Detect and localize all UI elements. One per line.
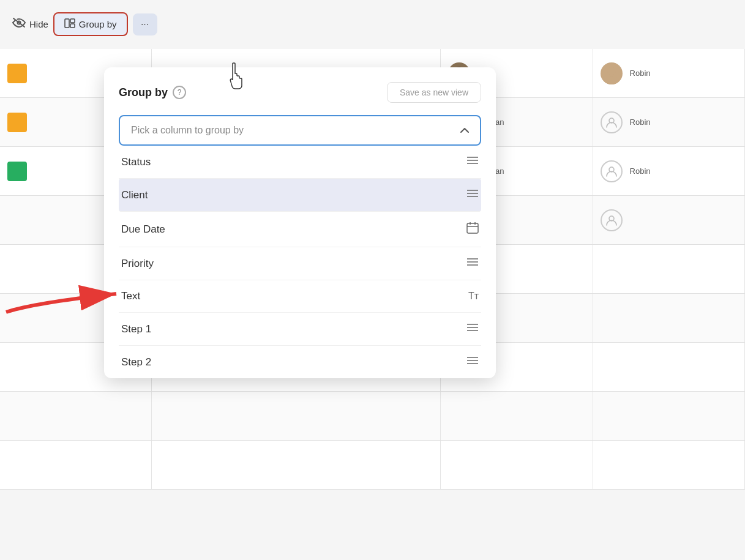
toolbar: Hide Group by ··· <box>12 12 157 36</box>
chevron-up-icon <box>460 125 469 135</box>
color-cell <box>0 441 152 489</box>
empty-cell <box>152 441 441 489</box>
eye-icon <box>12 17 26 31</box>
column-picker-dropdown[interactable]: Pick a column to group by <box>119 115 481 146</box>
save-view-button[interactable]: Save as new view <box>387 82 481 103</box>
text-icon: Tт <box>468 291 479 302</box>
option-due-date[interactable]: Due Date <box>119 212 481 247</box>
batman-cell <box>441 392 593 440</box>
panel-title: Group by <box>119 86 168 99</box>
option-status[interactable]: Status <box>119 146 481 179</box>
robin-name: Robin <box>623 69 658 78</box>
robin-cell: Robin <box>593 98 745 146</box>
robin-cell <box>593 343 745 391</box>
option-step1[interactable]: Step 1 <box>119 313 481 346</box>
robin-cell <box>593 392 745 440</box>
robin-cell <box>593 196 745 244</box>
option-icon-priority <box>466 257 479 270</box>
hide-button-wrap[interactable]: Hide <box>12 17 48 31</box>
panel-header: Group by ? Save as new view <box>119 82 481 103</box>
panel-title-area: Group by ? <box>119 86 186 99</box>
group-by-panel: Group by ? Save as new view Pick a colum… <box>104 67 496 378</box>
option-label-priority: Priority <box>121 258 154 270</box>
status-color-orange <box>7 64 27 83</box>
options-list: Status Client Due Date Priority <box>119 146 481 378</box>
option-label-due-date: Due Date <box>121 223 165 236</box>
calendar-icon <box>466 222 479 237</box>
option-label-text: Text <box>121 290 140 302</box>
status-color-green <box>7 162 27 181</box>
group-by-icon <box>64 18 75 30</box>
picker-placeholder-text: Pick a column to group by <box>131 125 244 136</box>
group-by-label: Group by <box>79 19 117 29</box>
robin-name: Robin <box>623 166 658 176</box>
table-row <box>0 441 745 490</box>
option-step2[interactable]: Step 2 <box>119 346 481 378</box>
svg-point-6 <box>607 67 616 75</box>
svg-rect-2 <box>70 19 75 23</box>
option-label-status: Status <box>121 156 151 168</box>
svg-rect-1 <box>65 19 69 28</box>
option-priority[interactable]: Priority <box>119 247 481 280</box>
svg-rect-20 <box>467 223 478 233</box>
robin-cell: Robin <box>593 147 745 195</box>
more-dots-label: ··· <box>141 19 149 30</box>
avatar-placeholder <box>601 111 623 133</box>
svg-rect-3 <box>70 24 75 28</box>
option-text[interactable]: Text Tт <box>119 280 481 313</box>
status-color-orange <box>7 113 27 132</box>
option-icon-status <box>466 155 479 168</box>
empty-cell <box>152 392 441 440</box>
svg-point-7 <box>604 76 619 84</box>
batman-cell <box>441 441 593 489</box>
robin-name: Robin <box>623 118 658 127</box>
avatar-placeholder <box>601 160 623 182</box>
more-options-button[interactable]: ··· <box>133 13 157 35</box>
option-label-step1: Step 1 <box>121 323 151 335</box>
save-view-label: Save as new view <box>400 88 468 97</box>
option-icon-step2 <box>466 356 479 368</box>
option-icon-step1 <box>466 323 479 335</box>
hide-label: Hide <box>29 19 48 29</box>
help-icon-button[interactable]: ? <box>173 86 186 99</box>
robin-cell <box>593 245 745 293</box>
group-by-button[interactable]: Group by <box>53 12 128 36</box>
robin-cell <box>593 441 745 489</box>
avatar-placeholder <box>601 209 623 231</box>
option-icon-client <box>466 189 479 201</box>
avatar <box>601 62 623 84</box>
robin-cell <box>593 294 745 342</box>
table-row <box>0 392 745 441</box>
option-client[interactable]: Client <box>119 179 481 212</box>
option-label-step2: Step 2 <box>121 356 151 368</box>
robin-cell: Robin <box>593 49 745 97</box>
option-label-client: Client <box>121 189 148 201</box>
color-cell <box>0 392 152 440</box>
